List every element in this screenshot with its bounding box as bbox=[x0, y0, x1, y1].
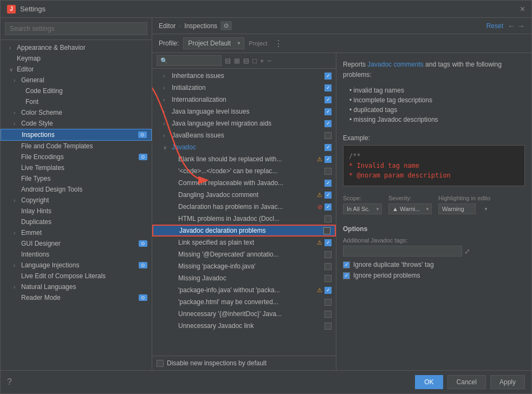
sidebar-search-input[interactable] bbox=[5, 22, 147, 35]
arrow-icon: › bbox=[14, 284, 19, 290]
description-panel: Reports Javadoc comments and tags with t… bbox=[336, 53, 531, 370]
insp-checkbox-unnecessary-inherit[interactable] bbox=[325, 311, 332, 318]
insp-item-html-problems[interactable]: HTML problems in Javadoc (Docl... bbox=[152, 213, 336, 225]
insp-checkbox-blank-line[interactable] bbox=[325, 156, 332, 163]
insp-item-blank-line[interactable]: Blank line should be replaced with... ⚠ bbox=[152, 153, 336, 165]
sidebar-item-file-encodings[interactable]: File Encodings ⊙ bbox=[1, 152, 152, 162]
sidebar-item-color-scheme[interactable]: › Color Scheme bbox=[1, 107, 152, 118]
insp-item-java-level[interactable]: › Java language level issues bbox=[152, 106, 336, 117]
insp-checkbox-java-migration[interactable] bbox=[325, 120, 332, 127]
help-icon[interactable]: ? bbox=[7, 377, 12, 387]
sidebar-item-appearance[interactable]: › Appearance & Behavior bbox=[1, 42, 152, 53]
insp-checkbox-initialization[interactable] bbox=[325, 84, 332, 91]
insp-item-declaration[interactable]: Declaration has problems in Javac... ⊘ bbox=[152, 201, 336, 213]
severity-select[interactable]: ▲ Warni... bbox=[388, 203, 432, 214]
sidebar-item-copyright[interactable]: › Copyright bbox=[1, 195, 152, 206]
sidebar-item-keymap[interactable]: Keymap bbox=[1, 53, 152, 64]
sidebar-item-code-editing[interactable]: Code Editing bbox=[1, 86, 152, 96]
scope-select[interactable]: In All Sc. bbox=[343, 203, 382, 214]
sidebar-item-inlay-hints[interactable]: Inlay Hints bbox=[1, 206, 152, 216]
insp-checkbox-unnecessary-link[interactable] bbox=[325, 323, 332, 330]
insp-item-link-plain[interactable]: Link specified as plain text ⚠ bbox=[152, 237, 336, 248]
insp-item-unnecessary-link[interactable]: Unnecessary Javadoc link bbox=[152, 320, 336, 332]
insp-checkbox-java-level[interactable] bbox=[325, 108, 332, 115]
ignore-throws-checkbox[interactable] bbox=[343, 261, 350, 268]
insp-item-javabeans[interactable]: › JavaBeans issues bbox=[152, 129, 336, 141]
apply-button[interactable]: Apply bbox=[490, 375, 525, 389]
nav-back-button[interactable]: ← bbox=[508, 22, 515, 30]
add-icon[interactable]: + bbox=[260, 57, 264, 65]
insp-checkbox-missing-pkg-info[interactable] bbox=[325, 263, 332, 270]
sidebar-item-intentions[interactable]: Intentions bbox=[1, 249, 152, 260]
expand-input-icon[interactable]: ⤢ bbox=[464, 247, 470, 255]
remove-icon[interactable]: − bbox=[267, 57, 271, 65]
insp-item-missing-deprecated[interactable]: Missing '@Deprecated' annotatio... bbox=[152, 248, 336, 260]
insp-checkbox-inheritance[interactable] bbox=[325, 73, 332, 80]
insp-checkbox-pkg-info[interactable] bbox=[325, 287, 332, 294]
cancel-button[interactable]: Cancel bbox=[447, 375, 486, 389]
nav-forward-button[interactable]: → bbox=[517, 22, 525, 30]
insp-item-code-replace[interactable]: '<code>...</code>' can be replac... bbox=[152, 165, 336, 177]
sidebar-item-duplicates[interactable]: Duplicates bbox=[1, 216, 152, 227]
sidebar-item-reader-mode[interactable]: Reader Mode ⊙ bbox=[1, 292, 152, 303]
expand-all-icon[interactable]: ⊞ bbox=[234, 57, 240, 65]
ok-button[interactable]: OK bbox=[415, 375, 443, 389]
sidebar-item-code-style[interactable]: › Code Style bbox=[1, 118, 152, 129]
sidebar-item-file-types[interactable]: File Types bbox=[1, 173, 152, 184]
collapse-all-icon[interactable]: ⊟ bbox=[243, 57, 249, 65]
disable-new-inspections-label[interactable]: Disable new inspections by default bbox=[157, 359, 267, 367]
insp-checkbox-missing-javadoc[interactable] bbox=[325, 275, 332, 282]
insp-checkbox-comment-replace[interactable] bbox=[325, 180, 332, 187]
insp-item-java-migration[interactable]: › Java language level migration aids bbox=[152, 117, 336, 129]
inspection-search-input[interactable] bbox=[157, 55, 222, 66]
ignore-period-checkbox[interactable] bbox=[343, 272, 350, 279]
insp-checkbox-html-problems[interactable] bbox=[325, 215, 332, 222]
profile-select[interactable]: Project Default bbox=[183, 37, 244, 49]
insp-checkbox-javabeans[interactable] bbox=[325, 132, 332, 139]
insp-checkbox-code-replace[interactable] bbox=[325, 168, 332, 175]
close-button[interactable]: × bbox=[520, 5, 525, 14]
highlighting-select[interactable]: Warning bbox=[438, 203, 476, 214]
insp-item-pkg-info-no-pkg[interactable]: 'package-info.java' without 'packa... ⚠ bbox=[152, 284, 336, 296]
insp-checkbox-dangling[interactable] bbox=[325, 192, 332, 199]
sidebar-item-general[interactable]: › General bbox=[1, 75, 152, 86]
insp-item-dangling[interactable]: Dangling Javadoc comment ⚠ bbox=[152, 189, 336, 201]
insp-item-javadoc-decl[interactable]: Javadoc declaration problems bbox=[152, 225, 336, 237]
border-icon[interactable]: □ bbox=[252, 57, 257, 65]
insp-item-comment-replace[interactable]: Comment replaceable with Javado... bbox=[152, 177, 336, 189]
insp-checkbox-pkg-html[interactable] bbox=[325, 299, 332, 306]
sidebar-item-live-edit[interactable]: Live Edit of Compose Literals bbox=[1, 271, 152, 281]
insp-checkbox-link-plain[interactable] bbox=[325, 239, 332, 246]
arrow-icon: › bbox=[14, 110, 19, 116]
filter-icon[interactable]: ⊟ bbox=[225, 57, 231, 65]
sidebar-item-gui-designer[interactable]: GUI Designer ⊙ bbox=[1, 238, 152, 249]
reset-button[interactable]: Reset bbox=[486, 22, 503, 30]
sidebar-item-file-templates[interactable]: File and Code Templates bbox=[1, 141, 152, 152]
insp-item-pkg-html[interactable]: 'package.html' may be converted... bbox=[152, 296, 336, 308]
sidebar-item-font[interactable]: Font bbox=[1, 96, 152, 107]
sidebar-item-live-templates[interactable]: Live Templates bbox=[1, 162, 152, 173]
disable-checkbox[interactable] bbox=[157, 360, 164, 367]
insp-item-i18n[interactable]: › Internationalization bbox=[152, 94, 336, 106]
profile-label: Profile: bbox=[159, 40, 179, 47]
insp-checkbox-declaration[interactable] bbox=[325, 203, 332, 211]
sidebar-item-inspections[interactable]: Inspections ⊙ bbox=[1, 129, 152, 141]
error-icon: ⊘ bbox=[317, 203, 322, 211]
insp-checkbox-javadoc-decl[interactable] bbox=[323, 227, 330, 234]
insp-item-inheritance[interactable]: › Inheritance issues bbox=[152, 70, 336, 82]
insp-item-missing-javadoc[interactable]: Missing Javadoc bbox=[152, 272, 336, 284]
insp-item-missing-pkg-info[interactable]: Missing 'package-info.java' bbox=[152, 260, 336, 272]
sidebar-item-editor[interactable]: ∨ Editor bbox=[1, 64, 152, 75]
insp-item-javadoc[interactable]: ∨ Javadoc bbox=[152, 141, 336, 153]
insp-checkbox-missing-deprecated[interactable] bbox=[325, 251, 332, 258]
profile-menu-icon[interactable]: ⋮ bbox=[274, 38, 283, 49]
sidebar-item-android-design[interactable]: Android Design Tools bbox=[1, 184, 152, 195]
insp-item-unnecessary-inherit[interactable]: Unnecessary '{@inheritDoc}' Java... bbox=[152, 308, 336, 320]
insp-checkbox-javadoc[interactable] bbox=[325, 144, 332, 151]
additional-tags-input[interactable] bbox=[343, 246, 462, 257]
sidebar-item-emmet[interactable]: › Emmet bbox=[1, 227, 152, 238]
insp-checkbox-i18n[interactable] bbox=[325, 96, 332, 103]
insp-item-initialization[interactable]: › Initialization bbox=[152, 82, 336, 94]
sidebar-item-lang-injections[interactable]: › Language Injections ⊙ bbox=[1, 260, 152, 271]
sidebar-item-natural-lang[interactable]: › Natural Languages bbox=[1, 281, 152, 292]
